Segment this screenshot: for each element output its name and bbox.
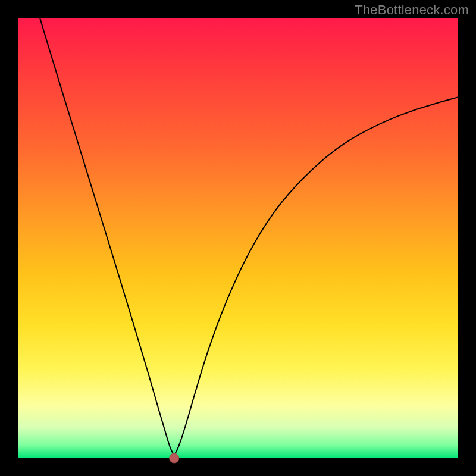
chart-frame: TheBottleneck.com: [0, 0, 476, 476]
watermark-text: TheBottleneck.com: [355, 2, 469, 18]
curve-svg: [18, 18, 458, 458]
plot-area: [18, 18, 458, 458]
curve-minimum-marker: [170, 453, 179, 463]
bottleneck-curve-path: [40, 18, 458, 454]
